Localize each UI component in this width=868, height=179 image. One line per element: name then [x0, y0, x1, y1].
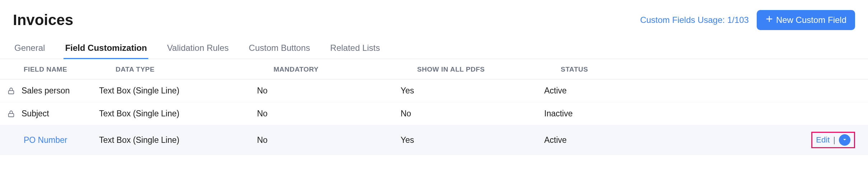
table-row[interactable]: Sales person Text Box (Single Line) No Y…	[0, 79, 868, 102]
tab-validation-rules[interactable]: Validation Rules	[165, 39, 230, 59]
plus-icon	[765, 15, 773, 25]
col-actions	[704, 66, 855, 73]
lock-icon	[7, 110, 15, 118]
cell-status: Active	[544, 86, 688, 96]
cell-status: Active	[544, 135, 688, 145]
cell-data-type: Text Box (Single Line)	[99, 109, 257, 118]
cell-data-type: Text Box (Single Line)	[99, 86, 257, 96]
tabs-bar: General Field Customization Validation R…	[0, 39, 868, 59]
table-row[interactable]: Subject Text Box (Single Line) No No Ina…	[0, 102, 868, 125]
col-status: STATUS	[561, 66, 704, 73]
tab-field-customization[interactable]: Field Customization	[64, 39, 148, 59]
new-custom-field-button[interactable]: New Custom Field	[757, 10, 855, 30]
tab-related-lists[interactable]: Related Lists	[329, 39, 382, 59]
cell-mandatory: No	[257, 109, 401, 118]
page-header: Invoices Custom Fields Usage: 1/103 New …	[0, 0, 868, 39]
col-mandatory: MANDATORY	[274, 66, 417, 73]
fields-table: FIELD NAME DATA TYPE MANDATORY SHOW IN A…	[0, 59, 868, 155]
cell-data-type: Text Box (Single Line)	[99, 135, 257, 145]
cell-show-in-pdfs: Yes	[401, 86, 544, 96]
row-actions-dropdown-button[interactable]	[839, 134, 850, 146]
table-row[interactable]: PO Number Text Box (Single Line) No Yes …	[0, 125, 868, 155]
cell-mandatory: No	[257, 135, 401, 145]
cell-show-in-pdfs: No	[401, 109, 544, 118]
svg-rect-2	[9, 91, 14, 94]
col-data-type: DATA TYPE	[116, 66, 274, 73]
row-actions-highlight: Edit |	[811, 132, 855, 148]
cell-field-name: Sales person	[22, 86, 70, 96]
chevron-down-icon	[842, 137, 848, 144]
new-custom-field-label: New Custom Field	[776, 15, 846, 25]
page-title: Invoices	[13, 11, 73, 29]
table-header: FIELD NAME DATA TYPE MANDATORY SHOW IN A…	[0, 59, 868, 79]
cell-field-name-link[interactable]: PO Number	[24, 135, 67, 145]
action-separator: |	[833, 135, 835, 145]
edit-link[interactable]: Edit	[816, 135, 830, 145]
col-show-in-pdfs: SHOW IN ALL PDFS	[417, 66, 561, 73]
header-actions: Custom Fields Usage: 1/103 New Custom Fi…	[640, 10, 855, 30]
cell-field-name: Subject	[22, 109, 49, 118]
cell-status: Inactive	[544, 109, 688, 118]
tab-general[interactable]: General	[13, 39, 46, 59]
cell-show-in-pdfs: Yes	[401, 135, 544, 145]
lock-icon	[7, 87, 15, 95]
custom-fields-usage-link[interactable]: Custom Fields Usage: 1/103	[640, 15, 749, 25]
tab-custom-buttons[interactable]: Custom Buttons	[247, 39, 312, 59]
svg-rect-3	[9, 113, 14, 117]
col-field-name: FIELD NAME	[24, 66, 116, 73]
cell-mandatory: No	[257, 86, 401, 96]
